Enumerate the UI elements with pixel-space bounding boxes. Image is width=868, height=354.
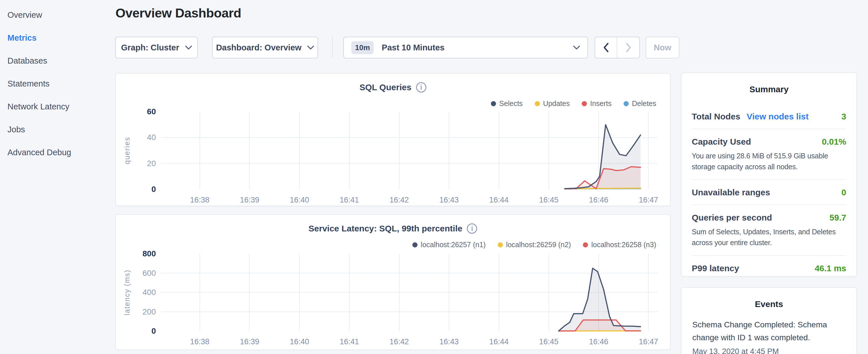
chevron-down-icon bbox=[307, 45, 314, 50]
events-panel: Events Schema Change Completed: Schema c… bbox=[681, 287, 857, 354]
svg-text:20: 20 bbox=[147, 159, 156, 168]
chevron-left-icon bbox=[603, 43, 609, 53]
sql-queries-chart[interactable]: 16:3816:3916:4016:4116:4216:4316:4416:45… bbox=[116, 74, 671, 207]
sidebar-item-overview[interactable]: Overview bbox=[0, 3, 115, 26]
svg-text:16:39: 16:39 bbox=[240, 196, 259, 204]
svg-text:16:39: 16:39 bbox=[240, 337, 259, 346]
summary-row-label: Total Nodes bbox=[692, 112, 740, 122]
time-range-dropdown[interactable]: 10m Past 10 Minutes bbox=[343, 37, 588, 58]
summary-row-value: 3 bbox=[841, 112, 846, 122]
overview-dashboard-page: Overview Metrics Databases Statements Ne… bbox=[0, 0, 868, 354]
svg-text:16:43: 16:43 bbox=[439, 196, 459, 204]
svg-text:600: 600 bbox=[143, 269, 156, 278]
svg-text:16:46: 16:46 bbox=[589, 196, 608, 204]
controls-divider bbox=[332, 37, 333, 58]
summary-row-label: Capacity Used bbox=[692, 137, 751, 147]
summary-panel: Summary Total Nodes View nodes list 3 Ca… bbox=[681, 72, 857, 277]
graph-scope-dropdown[interactable]: Graph: Cluster bbox=[115, 37, 198, 58]
summary-panel-title: Summary bbox=[692, 85, 846, 94]
summary-row-label: Unavailable ranges bbox=[692, 188, 770, 197]
sql-queries-chart-card: SQL Queries i Selects Updates Inserts De… bbox=[115, 73, 671, 206]
chevron-down-icon bbox=[573, 45, 580, 50]
summary-row-value: 0 bbox=[841, 188, 846, 197]
summary-row-description: You are using 28.6 MiB of 515.9 GiB usab… bbox=[692, 151, 846, 172]
svg-text:16:47: 16:47 bbox=[639, 196, 658, 204]
svg-text:16:47: 16:47 bbox=[639, 337, 658, 346]
summary-row-capacity-used: Capacity Used 0.01% You are using 28.6 M… bbox=[692, 129, 846, 180]
chevron-right-icon bbox=[625, 43, 631, 53]
sidebar-item-statements[interactable]: Statements bbox=[0, 72, 115, 95]
svg-text:16:38: 16:38 bbox=[190, 337, 210, 346]
sidebar-item-metrics[interactable]: Metrics bbox=[0, 26, 115, 49]
chevron-down-icon bbox=[185, 45, 192, 50]
svg-text:16:44: 16:44 bbox=[489, 337, 509, 346]
graph-scope-dropdown-label: Graph: Cluster bbox=[121, 43, 179, 53]
svg-text:queries: queries bbox=[123, 137, 131, 164]
time-step-back-button[interactable] bbox=[595, 37, 617, 58]
summary-row-label: Queries per second bbox=[692, 213, 772, 223]
svg-text:16:40: 16:40 bbox=[290, 196, 309, 204]
svg-text:16:44: 16:44 bbox=[489, 196, 509, 204]
sidebar: Overview Metrics Databases Statements Ne… bbox=[0, 3, 115, 164]
svg-text:16:42: 16:42 bbox=[390, 196, 409, 204]
sidebar-item-jobs[interactable]: Jobs bbox=[0, 118, 115, 141]
svg-text:16:46: 16:46 bbox=[589, 337, 608, 346]
service-latency-chart[interactable]: 16:3816:3916:4016:4116:4216:4316:4416:45… bbox=[116, 215, 671, 351]
svg-text:latency (ms): latency (ms) bbox=[123, 269, 131, 315]
view-nodes-list-link[interactable]: View nodes list bbox=[746, 112, 808, 122]
summary-row-queries-per-second: Queries per second 59.7 Sum of Selects, … bbox=[692, 205, 846, 256]
events-panel-title: Events bbox=[692, 299, 846, 309]
summary-row-label: P99 latency bbox=[692, 263, 739, 273]
event-message: Schema Change Completed: Schema change w… bbox=[692, 318, 846, 344]
dashboard-dropdown[interactable]: Dashboard: Overview bbox=[212, 37, 318, 58]
svg-text:60: 60 bbox=[147, 107, 156, 116]
summary-row-value: 0.01% bbox=[822, 137, 846, 147]
sidebar-item-advanced-debug[interactable]: Advanced Debug bbox=[0, 141, 115, 164]
summary-row-unavailable-ranges: Unavailable ranges 0 bbox=[692, 180, 846, 205]
svg-text:16:45: 16:45 bbox=[539, 337, 559, 346]
time-window-stepper bbox=[595, 37, 640, 58]
summary-row-value: 46.1 ms bbox=[815, 263, 846, 273]
svg-text:40: 40 bbox=[147, 133, 156, 142]
time-range-label: Past 10 Minutes bbox=[382, 43, 573, 53]
time-step-forward-button[interactable] bbox=[617, 37, 639, 58]
sidebar-item-databases[interactable]: Databases bbox=[0, 49, 115, 72]
dashboard-dropdown-label: Dashboard: Overview bbox=[216, 43, 302, 53]
svg-text:16:41: 16:41 bbox=[340, 337, 359, 346]
page-title: Overview Dashboard bbox=[116, 6, 241, 21]
now-button[interactable]: Now bbox=[646, 37, 679, 58]
summary-row-description: Sum of Selects, Updates, Inserts, and De… bbox=[692, 227, 846, 248]
svg-text:16:41: 16:41 bbox=[340, 196, 359, 204]
summary-row-total-nodes: Total Nodes View nodes list 3 bbox=[692, 104, 846, 129]
svg-text:0: 0 bbox=[151, 185, 156, 194]
summary-row-p99-latency: P99 latency 46.1 ms bbox=[692, 256, 846, 280]
svg-text:16:42: 16:42 bbox=[390, 337, 409, 346]
time-range-badge: 10m bbox=[351, 41, 374, 54]
event-timestamp: May 13, 2020 at 4:45 PM bbox=[692, 347, 846, 354]
svg-text:16:38: 16:38 bbox=[190, 196, 210, 204]
svg-text:800: 800 bbox=[143, 249, 156, 258]
svg-text:16:40: 16:40 bbox=[290, 337, 309, 346]
svg-text:400: 400 bbox=[143, 288, 156, 297]
svg-text:16:45: 16:45 bbox=[539, 196, 559, 204]
summary-row-value: 59.7 bbox=[830, 213, 846, 223]
service-latency-chart-card: Service Latency: SQL, 99th percentile i … bbox=[115, 214, 671, 350]
svg-text:200: 200 bbox=[143, 307, 156, 316]
sidebar-item-network-latency[interactable]: Network Latency bbox=[0, 95, 115, 118]
svg-text:0: 0 bbox=[151, 326, 156, 335]
svg-text:16:43: 16:43 bbox=[439, 337, 459, 346]
